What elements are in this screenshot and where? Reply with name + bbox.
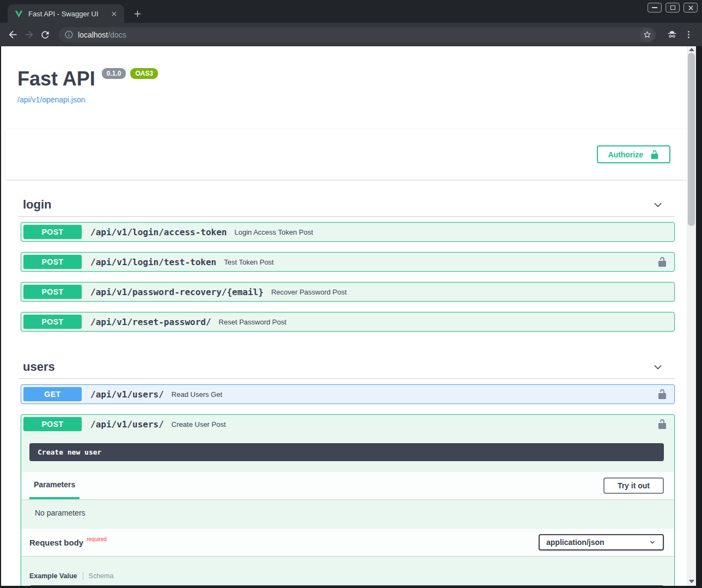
bookmark-star-icon[interactable] xyxy=(640,28,654,42)
request-body-label: Request body xyxy=(29,538,83,547)
authorize-button[interactable]: Authorize xyxy=(597,145,670,163)
forward-button[interactable] xyxy=(21,27,37,43)
parameters-header: Parameters Try it out xyxy=(21,472,674,499)
version-badge: 0.1.0 xyxy=(102,68,126,79)
browser-chrome: Fast API - Swagger UI xyxy=(0,0,702,46)
openapi-spec-link[interactable]: /api/v1/openapi.json xyxy=(17,95,86,104)
method-badge: POST xyxy=(23,225,82,239)
content-type-select[interactable]: application/json xyxy=(539,534,664,550)
url-text: localhost/docs xyxy=(78,30,640,39)
endpoint-path: /api/v1/login/test-token xyxy=(90,257,216,267)
request-body-header: Request body required application/json xyxy=(21,529,674,556)
url-host: localhost xyxy=(78,30,108,39)
endpoint-row[interactable]: POST /api/v1/login/test-token Test Token… xyxy=(21,252,675,272)
unlock-icon[interactable] xyxy=(657,256,668,267)
scrollbar-down-arrow[interactable] xyxy=(689,580,694,583)
endpoint-summary: Read Users Get xyxy=(172,390,657,399)
menu-kebab-icon[interactable] xyxy=(680,27,697,43)
no-parameters-text: No parameters xyxy=(21,499,674,529)
endpoint-path: /api/v1/users/ xyxy=(90,389,164,400)
select-chevron-icon xyxy=(649,538,656,546)
endpoint-row[interactable]: GET /api/v1/users/ Read Users Get xyxy=(21,384,675,404)
new-tab-button[interactable] xyxy=(130,6,145,21)
close-button[interactable] xyxy=(683,3,698,13)
content-type-value: application/json xyxy=(546,538,605,547)
maximize-button[interactable] xyxy=(666,3,680,13)
tab-schema[interactable]: Schema xyxy=(83,572,114,580)
url-bar[interactable]: localhost/docs xyxy=(59,27,656,42)
window-controls xyxy=(648,3,698,13)
site-info-icon[interactable] xyxy=(64,30,74,39)
browser-tab[interactable]: Fast API - Swagger UI xyxy=(8,4,124,23)
chevron-down-icon[interactable] xyxy=(652,199,664,211)
tag-header-users[interactable]: users xyxy=(19,356,675,379)
method-badge: POST xyxy=(23,315,82,329)
endpoint-summary: Recover Password Post xyxy=(271,288,657,296)
method-badge: POST xyxy=(23,255,82,269)
tab-bar: Fast API - Swagger UI xyxy=(0,0,702,23)
minimize-button[interactable] xyxy=(648,3,662,13)
swagger-page: Fast API0.1.0OAS3 /api/v1/openapi.json A… xyxy=(1,46,687,586)
endpoint-row-expanded: POST /api/v1/users/ Create User Post Cre… xyxy=(21,414,675,586)
endpoint-summary: Reset Password Post xyxy=(219,318,657,326)
tab-parameters: Parameters xyxy=(29,472,80,499)
back-button[interactable] xyxy=(4,27,21,43)
unlocked-padlock-icon xyxy=(650,150,660,160)
tag-header-login[interactable]: login xyxy=(19,193,675,217)
endpoint-description-wrapper: Create new user xyxy=(21,433,674,472)
required-flag: required xyxy=(87,536,107,542)
chevron-down-icon[interactable] xyxy=(652,361,664,373)
url-path: /docs xyxy=(108,30,126,39)
browser-viewport: Fast API0.1.0OAS3 /api/v1/openapi.json A… xyxy=(0,46,702,588)
endpoint-row[interactable]: POST /api/v1/login/access-token Login Ac… xyxy=(21,222,675,242)
page-scrollbar[interactable] xyxy=(687,46,696,586)
endpoint-row[interactable]: POST /api/v1/password-recovery/{email} R… xyxy=(21,282,675,302)
scrollbar-thumb[interactable] xyxy=(688,53,695,226)
tab-example-value[interactable]: Example Value xyxy=(29,572,83,580)
scheme-container: Authorize xyxy=(5,129,687,180)
incognito-icon xyxy=(664,27,680,43)
endpoint-row[interactable]: POST /api/v1/users/ Create User Post xyxy=(21,415,674,433)
endpoint-row[interactable]: POST /api/v1/reset-password/ Reset Passw… xyxy=(21,312,675,332)
authorize-label: Authorize xyxy=(608,150,643,159)
scrollbar-up-arrow[interactable] xyxy=(689,48,694,51)
endpoint-path: /api/v1/password-recovery/{email} xyxy=(90,287,264,297)
unlock-icon[interactable] xyxy=(657,419,668,430)
tab-title: Fast API - Swagger UI xyxy=(28,10,109,18)
api-info-block: Fast API0.1.0OAS3 /api/v1/openapi.json xyxy=(1,46,687,129)
method-badge: GET xyxy=(23,387,82,401)
try-it-out-button[interactable]: Try it out xyxy=(603,477,664,494)
endpoint-path: /api/v1/login/access-token xyxy=(90,227,227,237)
browser-toolbar: localhost/docs xyxy=(0,23,702,46)
api-sections: login POST /api/v1/login/access-token Lo… xyxy=(1,180,687,586)
tag-name: login xyxy=(23,198,652,212)
method-badge: POST xyxy=(23,285,82,299)
endpoint-summary: Create User Post xyxy=(172,420,657,428)
unlock-icon[interactable] xyxy=(657,389,668,400)
endpoint-path: /api/v1/users/ xyxy=(90,419,164,430)
tab-close-icon[interactable] xyxy=(109,9,119,19)
endpoint-summary: Login Access Token Post xyxy=(234,228,657,236)
tag-name: users xyxy=(23,360,652,374)
endpoint-summary: Test Token Post xyxy=(224,258,657,266)
reload-button[interactable] xyxy=(37,27,53,43)
page-title: Fast API xyxy=(17,68,95,90)
endpoint-description: Create new user xyxy=(29,443,664,461)
endpoint-path: /api/v1/reset-password/ xyxy=(90,317,211,327)
model-example-section: Example Value Schema { xyxy=(21,556,674,586)
title-badges: 0.1.0OAS3 xyxy=(102,68,158,79)
example-tabs: Example Value Schema xyxy=(29,572,664,580)
favicon-icon xyxy=(14,9,23,19)
example-code-block: { xyxy=(29,585,664,586)
method-badge: POST xyxy=(23,417,82,431)
oas3-badge: OAS3 xyxy=(130,68,158,79)
